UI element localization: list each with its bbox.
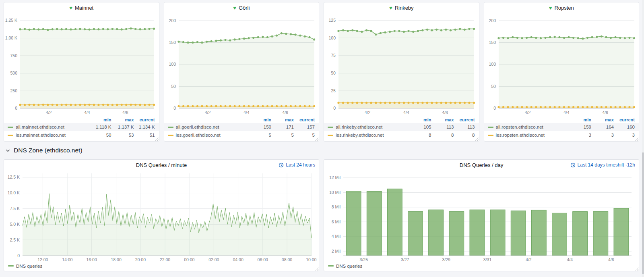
legend-sort-min[interactable]: min bbox=[569, 117, 591, 122]
series-name[interactable]: all.mainnet.ethdisco.net bbox=[16, 125, 64, 129]
svg-text:16:00: 16:00 bbox=[86, 257, 97, 262]
series-name[interactable]: les.mainnet.ethdisco.net bbox=[16, 133, 66, 137]
rinkeby-timeseries-chart[interactable]: 02550751001254/24/44/6 bbox=[324, 13, 479, 116]
series-max: 8 bbox=[431, 133, 454, 137]
dns-minute-legend: DNS queries bbox=[4, 263, 319, 271]
dns-minute-chart[interactable]: 02.5 K5.0 K7.5 K10.0 K12.5 K12:0014:0016… bbox=[4, 170, 319, 263]
svg-text:4/2: 4/2 bbox=[526, 257, 532, 262]
panel-title: Görli bbox=[239, 5, 250, 11]
svg-text:6 Mil: 6 Mil bbox=[332, 219, 341, 224]
panel-header-goerli[interactable]: ♥ Görli bbox=[164, 2, 319, 13]
svg-text:25: 25 bbox=[331, 89, 336, 93]
series-name[interactable]: DNS queries bbox=[336, 264, 362, 269]
panel-header-rinkeby[interactable]: ♥ Rinkeby bbox=[324, 2, 479, 13]
ropsten-timeseries-chart[interactable]: 0501001502004/24/44/6 bbox=[484, 13, 639, 116]
legend-row: les.ropsten.ethdisco.net 3 3 3 bbox=[484, 131, 639, 139]
svg-text:18:00: 18:00 bbox=[111, 257, 121, 262]
svg-text:7.5 K: 7.5 K bbox=[10, 206, 20, 211]
health-heart-icon: ♥ bbox=[389, 5, 392, 10]
series-name[interactable]: les.rinkeby.ethdisco.net bbox=[336, 133, 384, 137]
series-color-dash[interactable] bbox=[328, 127, 333, 128]
svg-text:750: 750 bbox=[10, 54, 17, 58]
legend-sort-max[interactable]: max bbox=[431, 117, 454, 122]
svg-text:0: 0 bbox=[493, 106, 496, 110]
legend-sort-min[interactable]: min bbox=[409, 117, 431, 122]
svg-text:0: 0 bbox=[333, 106, 336, 110]
panel-ropsten: ♥ Ropsten 0501001502004/24/44/6 min max … bbox=[484, 2, 640, 142]
series-color-dash[interactable] bbox=[328, 265, 334, 267]
svg-text:75: 75 bbox=[331, 53, 336, 58]
panel-title: Rinkeby bbox=[395, 5, 414, 11]
svg-text:4/6: 4/6 bbox=[608, 257, 614, 262]
series-name[interactable]: DNS queries bbox=[16, 264, 42, 269]
legend-sort-min[interactable]: min bbox=[89, 117, 111, 122]
legend-sort-max[interactable]: max bbox=[111, 117, 134, 122]
time-range-link[interactable]: Last 14 days timeshift -12h bbox=[570, 160, 635, 170]
series-color-dash[interactable] bbox=[8, 127, 13, 128]
series-color-dash[interactable] bbox=[8, 265, 14, 267]
time-range-link[interactable]: Last 24 hours bbox=[279, 160, 315, 170]
series-name[interactable]: les.ropsten.ethdisco.net bbox=[496, 133, 545, 137]
panel-header-ropsten[interactable]: ♥ Ropsten bbox=[484, 2, 639, 13]
legend-sort-min[interactable]: min bbox=[249, 117, 271, 122]
svg-text:4/4: 4/4 bbox=[84, 110, 90, 115]
svg-text:5.0 K: 5.0 K bbox=[10, 222, 20, 227]
network-panels-row: ♥ Mainnet 02505007501.00 K1.25 K4/24/44/… bbox=[4, 2, 639, 142]
series-max: 1.137 K bbox=[111, 125, 134, 129]
health-heart-icon: ♥ bbox=[549, 5, 552, 10]
series-name[interactable]: all.rinkeby.ethdisco.net bbox=[336, 125, 382, 129]
mainnet-timeseries-chart[interactable]: 02505007501.00 K1.25 K4/24/44/6 bbox=[4, 13, 159, 116]
svg-text:1.25 K: 1.25 K bbox=[5, 18, 17, 23]
series-name[interactable]: all.ropsten.ethdisco.net bbox=[496, 125, 543, 129]
legend-sort-current[interactable]: current bbox=[134, 117, 159, 122]
panel-title: Ropsten bbox=[554, 5, 574, 11]
panel-header-mainnet[interactable]: ♥ Mainnet bbox=[4, 2, 159, 13]
panel-header-dns-minute[interactable]: DNS Queries / minute Last 24 hours bbox=[4, 160, 319, 170]
svg-text:4/4: 4/4 bbox=[567, 257, 573, 262]
svg-text:04:00: 04:00 bbox=[233, 257, 243, 262]
legend-row: les.mainnet.ethdisco.net 50 53 51 bbox=[4, 131, 159, 139]
svg-text:08:00: 08:00 bbox=[282, 257, 292, 262]
legend-sort-max[interactable]: max bbox=[271, 117, 294, 122]
dns-panels-row: DNS Queries / minute Last 24 hours 02.5 … bbox=[4, 159, 639, 271]
series-min: 105 bbox=[409, 125, 431, 129]
series-color-dash[interactable] bbox=[168, 135, 173, 136]
svg-text:10:00: 10:00 bbox=[306, 257, 316, 262]
panel-dns-queries-day: DNS Queries / day Last 14 days timeshift… bbox=[324, 159, 639, 271]
svg-text:4/2: 4/2 bbox=[524, 110, 530, 115]
svg-text:50: 50 bbox=[171, 84, 176, 89]
svg-text:02:00: 02:00 bbox=[208, 257, 219, 262]
svg-text:150: 150 bbox=[489, 40, 496, 45]
panel-title: DNS Queries / minute bbox=[136, 162, 187, 168]
health-heart-icon: ♥ bbox=[233, 5, 236, 10]
series-color-dash[interactable] bbox=[488, 127, 493, 128]
legend-sort-current[interactable]: current bbox=[614, 117, 639, 122]
svg-text:200: 200 bbox=[489, 19, 496, 23]
panel-dns-queries-minute: DNS Queries / minute Last 24 hours 02.5 … bbox=[4, 159, 319, 271]
svg-text:3/29: 3/29 bbox=[442, 257, 450, 262]
page-scrollbar-thumb[interactable] bbox=[642, 152, 644, 274]
panel-title: DNS Queries / day bbox=[460, 162, 503, 168]
svg-text:22:00: 22:00 bbox=[160, 257, 170, 262]
legend-row: all.rinkeby.ethdisco.net 105 113 113 bbox=[324, 123, 479, 131]
svg-text:50: 50 bbox=[331, 71, 336, 75]
series-name[interactable]: all.goerli.ethdisco.net bbox=[176, 125, 219, 129]
series-name[interactable]: les.goerli.ethdisco.net bbox=[176, 133, 221, 137]
series-color-dash[interactable] bbox=[328, 135, 333, 136]
dashboard-row-dns-zone[interactable]: DNS Zone (ethdisco.net) bbox=[0, 142, 644, 159]
panel-title: Mainnet bbox=[75, 5, 93, 11]
series-min: 50 bbox=[89, 133, 111, 137]
legend-sort-current[interactable]: current bbox=[294, 117, 319, 122]
goerli-timeseries-chart[interactable]: 0501001502004/24/44/6 bbox=[164, 13, 319, 116]
series-color-dash[interactable] bbox=[168, 127, 173, 128]
series-color-dash[interactable] bbox=[488, 135, 493, 136]
series-current: 160 bbox=[614, 125, 639, 129]
svg-text:20:00: 20:00 bbox=[135, 257, 146, 262]
page-scrollbar[interactable] bbox=[642, 0, 644, 277]
series-color-dash[interactable] bbox=[8, 135, 13, 136]
legend-sort-max[interactable]: max bbox=[591, 117, 614, 122]
panel-header-dns-day[interactable]: DNS Queries / day Last 14 days timeshift… bbox=[324, 160, 639, 170]
series-min: 8 bbox=[409, 133, 431, 137]
legend-sort-current[interactable]: current bbox=[454, 117, 479, 122]
dns-day-chart[interactable]: 2 Mil4 Mil6 Mil8 Mil10 Mil12 Mil3/253/27… bbox=[324, 170, 639, 263]
